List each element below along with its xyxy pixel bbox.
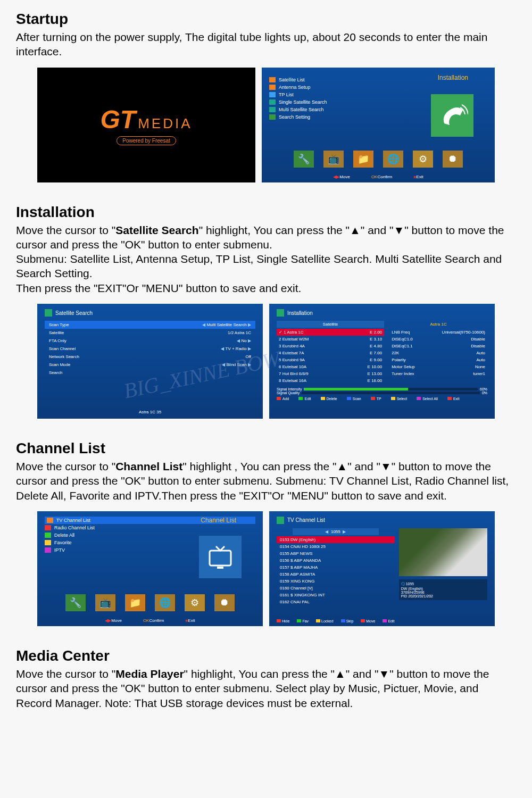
legend: Hide Fav Locked Skip Move Edit (277, 619, 394, 623)
svg-rect-0 (210, 551, 231, 566)
footer-hints: ◀▶Move OKConfirm ■Exit (37, 618, 263, 623)
channel-row: 0157 $ ABP MAJHA (277, 564, 395, 571)
channel-row: 0162 CNAI PAL (277, 598, 395, 605)
panel-title: Installation (277, 309, 487, 317)
title-icon (277, 517, 284, 524)
menu-icon (45, 525, 51, 530)
menu-icon (269, 77, 276, 82)
prop-row: LNB FreqUniversal(9750-10600) (389, 329, 487, 336)
satellite-search-screenshot: Satellite Search Scan Type◀ Multi Satell… (37, 304, 263, 419)
nav-tv-icon: 📺 (323, 151, 344, 168)
title-icon (45, 309, 52, 317)
channel-screenshots: Channel List TV Channel List Radio Chann… (16, 511, 516, 626)
nav-globe-icon: 🌐 (383, 151, 403, 168)
panel-title: TV Channel List (277, 517, 487, 524)
channel-list-header: Channel List (201, 517, 236, 524)
sat-row: 5 Eurobird 9AE 9.00 (277, 356, 384, 363)
table-row: Satellite1/2 Astra 1C (45, 329, 255, 337)
installation-header: Installation (438, 74, 468, 81)
menu-icon (269, 114, 276, 120)
sat-row: ✓ 1 Astra 1CE 2.00 (277, 329, 384, 336)
channel-row: 0158 ABP ASMITA (277, 571, 395, 578)
installation-menu-screenshot: Installation Satellite List Antenna Setu… (262, 68, 495, 182)
nav-gear-icon: ⚙ (413, 151, 433, 168)
nav-tv-icon: 📺 (95, 594, 115, 611)
channel-row: 0159 XING KONG (277, 578, 395, 585)
prop-row: Tuner Indextuner1 (389, 370, 487, 377)
signal-intensity-bar: Signal Intensity60% (277, 387, 487, 391)
nav-folder-icon: 📁 (353, 151, 373, 168)
video-preview (399, 528, 487, 576)
satellite-props: Astra 1C LNB FreqUniversal(9750-10600) D… (389, 321, 487, 384)
channel-row: 0153 DW (English) (277, 536, 395, 543)
gtmedia-logo: GT MEDIA (101, 105, 193, 134)
footer-text: Astra 1C 35 (45, 410, 255, 414)
channel-column: ◀ 1055 ▶ 0153 DW (English) 0154 CNAI HD … (277, 528, 395, 605)
table-row: Scan Type◀ Multi Satellite Search ▶ (45, 321, 255, 329)
installation-title: Installation (16, 204, 516, 221)
nav-record-icon: ⏺ (443, 151, 463, 168)
title-icon (277, 309, 284, 317)
boot-logo-screenshot: GT MEDIA Powered by Freesat (37, 68, 255, 182)
channel-info: ⓘ 1055 DW (English) 3769/H/25998 PID 202… (399, 579, 487, 600)
sat-row: 7 Hot Bird 6/8/9E 13.00 (277, 370, 384, 377)
menu-item: Antenna Setup (269, 84, 487, 91)
startup-body: After turning on the power supply, The d… (16, 30, 516, 59)
startup-section: Startup After turning on the power suppl… (16, 11, 516, 182)
nav-tool-icon: 🔧 (65, 594, 86, 611)
channel-list-title: Channel List (16, 440, 516, 457)
svg-rect-1 (217, 567, 223, 569)
channel-list-body: Move the cursor to "Channel List" highli… (16, 459, 516, 503)
footer-hints: ◀▶Move OKConfirm ■Exit (262, 174, 495, 179)
nav-tool-icon: 🔧 (294, 151, 314, 168)
table-row: FTA Only◀ No ▶ (45, 337, 255, 345)
menu-icon (269, 107, 276, 112)
channel-row: 0160 Channel [V] (277, 585, 395, 592)
panel-title: Satellite Search (45, 309, 255, 317)
signal-quality-bar: Signal Quality0% (277, 391, 487, 395)
menu-item: Radio Channel List (45, 524, 255, 531)
prop-row: 22KAuto (389, 350, 487, 356)
prop-row: PolarityAuto (389, 356, 487, 363)
prop-row: DiSEqC1.1Disable (389, 343, 487, 350)
table-row: Search (45, 369, 255, 377)
nav-folder-icon: 📁 (125, 594, 145, 611)
installation-screenshots: Satellite Search Scan Type◀ Multi Satell… (16, 304, 516, 419)
installation-section: Installation Move the cursor to "Satelli… (16, 204, 516, 419)
sat-row: 3 Eurobird 4AE 4.80 (277, 343, 384, 350)
legend: Add Edit Delete Scan TP Select Select Al… (277, 397, 487, 401)
nav-record-icon: ⏺ (214, 594, 235, 611)
logo-subtitle: Powered by Freesat (117, 136, 176, 145)
startup-screenshots: GT MEDIA Powered by Freesat Installation… (16, 68, 516, 182)
satellite-list-screenshot: Installation Satellite ✓ 1 Astra 1CE 2.0… (269, 304, 495, 419)
search-settings-table: Scan Type◀ Multi Satellite Search ▶ Sate… (45, 321, 255, 377)
menu-icon (269, 85, 276, 90)
table-row: Scan Mode◀ Blind Scan ▶ (45, 361, 255, 369)
satellite-list: Satellite ✓ 1 Astra 1CE 2.00 2 Eutelsat … (277, 321, 384, 384)
tv-list: ◀ 1055 ▶ 0153 DW (English) 0154 CNAI HD … (277, 528, 487, 605)
satellite-columns: Satellite ✓ 1 Astra 1CE 2.00 2 Eutelsat … (277, 321, 487, 384)
bottom-nav-bar: 🔧 📺 📁 🌐 ⚙ ⏺ (262, 151, 495, 168)
nav-globe-icon: 🌐 (155, 594, 175, 611)
channel-list-section: Channel List Move the cursor to "Channel… (16, 440, 516, 626)
channel-menu-screenshot: Channel List TV Channel List Radio Chann… (37, 511, 263, 626)
nav-gear-icon: ⚙ (185, 594, 205, 611)
satellite-icon (431, 94, 473, 137)
menu-icon (45, 540, 51, 545)
tv-channel-list-screenshot: TV Channel List ◀ 1055 ▶ 0153 DW (Englis… (269, 511, 495, 626)
startup-title: Startup (16, 11, 516, 28)
preview-column: ⓘ 1055 DW (English) 3769/H/25998 PID 202… (399, 528, 487, 605)
channel-row: 0154 CNAI HD 1080i 25 (277, 543, 395, 550)
sat-row: 2 Eutelsat W2ME 3.10 (277, 336, 384, 343)
signal-bars: Signal Intensity60% Signal Quality0% (277, 387, 487, 395)
menu-icon (47, 518, 53, 523)
table-row: Scan Channel◀ TV + Radio ▶ (45, 345, 255, 353)
media-center-body: Move the cursor to "Media Player" highli… (16, 667, 516, 710)
media-center-section: Media Center Move the cursor to "Media P… (16, 647, 516, 710)
channel-row: 0161 $ XINGKONG INT (277, 592, 395, 598)
bottom-nav-bar: 🔧 📺 📁 🌐 ⚙ ⏺ (37, 594, 263, 611)
sat-row: 6 Eutelsat 10AE 10.00 (277, 363, 384, 370)
menu-icon (45, 533, 51, 538)
sat-row: 8 Eutelsat 16AE 16.00 (277, 377, 384, 384)
channel-count: ◀ 1055 ▶ (293, 528, 379, 535)
